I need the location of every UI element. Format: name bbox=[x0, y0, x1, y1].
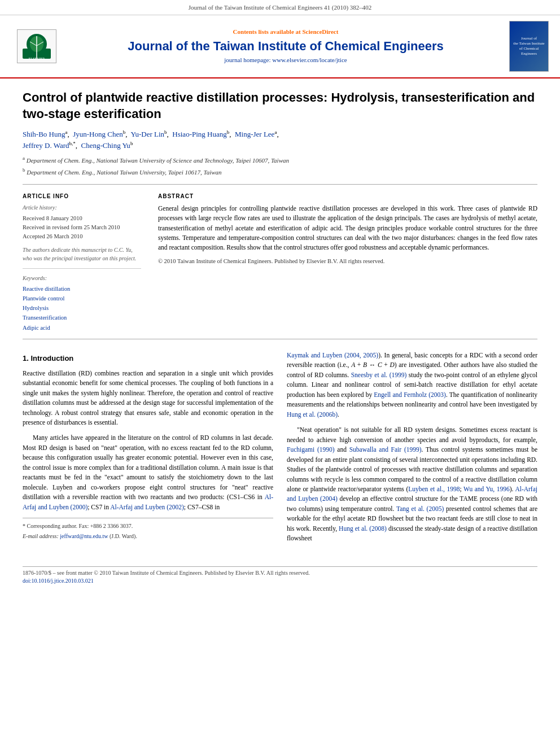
keywords-divider bbox=[23, 268, 141, 269]
keywords-block: Keywords: Reactive distillation Plantwid… bbox=[23, 274, 141, 332]
author-mingjer: Ming-Jer Lee bbox=[235, 130, 274, 138]
article-info-col: ARTICLE INFO Article history: Received 8… bbox=[23, 193, 141, 333]
sciencedirect-link: Contents lists available at ScienceDirec… bbox=[69, 28, 502, 37]
author-chengching: Cheng-Ching Yu bbox=[81, 142, 130, 150]
header-divider bbox=[23, 184, 537, 185]
journal-cover-image: Journal ofthe Taiwan Instituteof Chemica… bbox=[509, 21, 549, 72]
body-divider bbox=[23, 339, 537, 339]
right-para-1: Kaymak and Luyben (2004, 2005)). In gene… bbox=[287, 351, 537, 420]
article-history-block: Article history: Received 8 January 2010… bbox=[23, 204, 141, 241]
ref-alarfaj-2002[interactable]: Al-Arfaj and Luyben (2002) bbox=[110, 504, 184, 510]
ref-hung-2006b[interactable]: Hung et al. (2006b) bbox=[287, 411, 338, 418]
ref-engell[interactable]: Engell and Fernholz (2003) bbox=[374, 391, 446, 398]
abstract-label: ABSTRACT bbox=[158, 193, 537, 201]
ref-subawalla[interactable]: Subawalla and Fair (1999) bbox=[349, 446, 422, 453]
author-hsiaoping: Hsiao-Ping Huang bbox=[172, 130, 226, 138]
intro-para-2: Many articles have appeared in the liter… bbox=[23, 433, 273, 512]
keyword-3: Hydrolysis bbox=[23, 304, 141, 312]
abstract-text: General design principles for controllin… bbox=[158, 204, 537, 252]
journal-citation: Journal of the Taiwan Institute of Chemi… bbox=[189, 4, 372, 11]
top-bar: Journal of the Taiwan Institute of Chemi… bbox=[0, 0, 560, 15]
author-jyunhong: Jyun-Hong Chen bbox=[73, 130, 123, 138]
footnote-email-link[interactable]: jeffward@ntu.edu.tw bbox=[60, 533, 108, 539]
affiliation-b: b Department of Chem. Eng., National Tai… bbox=[23, 167, 537, 177]
footer-doi[interactable]: doi:10.1016/j.jtice.2010.03.021 bbox=[23, 577, 537, 586]
ref-kaymak[interactable]: Kaymak and Luyben (2004, 2005) bbox=[287, 352, 378, 359]
abstract-col: ABSTRACT General design principles for c… bbox=[158, 193, 537, 333]
author-shihbo: Shih-Bo Hung bbox=[23, 130, 65, 138]
right-para-2: "Neat operation" is not suitable for all… bbox=[287, 425, 537, 544]
copyright-line: © 2010 Taiwan Institute of Chemical Engi… bbox=[158, 257, 537, 265]
affiliations: a Department of Chem. Eng., National Tai… bbox=[23, 155, 537, 177]
keyword-4: Transesterification bbox=[23, 313, 141, 322]
ref-hung-2008[interactable]: Hung et al. (2008) bbox=[339, 525, 387, 532]
footnotes-section: * Corresponding author. Fax: +886 2 3366… bbox=[23, 518, 273, 540]
keyword-1: Reactive distillation bbox=[23, 285, 141, 293]
accepted-date: Accepted 26 March 2010 bbox=[23, 232, 141, 241]
info-abstract-section: ARTICLE INFO Article history: Received 8… bbox=[23, 193, 537, 333]
journal-center: Contents lists available at ScienceDirec… bbox=[69, 28, 502, 65]
body-content: 1. Introduction Reactive distillation (R… bbox=[23, 351, 537, 549]
ref-fuchigami[interactable]: Fuchigami (1990) bbox=[287, 446, 335, 453]
journal-title-heading: Journal of the Taiwan Institute of Chemi… bbox=[69, 39, 502, 54]
page-wrapper: Journal of the Taiwan Institute of Chemi… bbox=[0, 0, 560, 588]
ref-wu-yu[interactable]: Wu and Yu, 1996 bbox=[463, 486, 510, 492]
footnote-email: E-mail address: jeffward@ntu.edu.tw (J.D… bbox=[23, 532, 273, 540]
authors-line: Shih-Bo Hunga, Jyun-Hong Chenb, Yu-Der L… bbox=[23, 129, 537, 151]
keyword-5: Adipic acid bbox=[23, 324, 141, 332]
sciencedirect-name[interactable]: ScienceDirect bbox=[302, 28, 338, 35]
svg-text:ELSEVIER: ELSEVIER bbox=[29, 57, 45, 60]
author-yuder: Yu-Der Lin bbox=[130, 130, 164, 138]
body-left-col: 1. Introduction Reactive distillation (R… bbox=[23, 351, 273, 549]
page-footer: 1876-1070/$ – see front matter © 2010 Ta… bbox=[23, 566, 537, 588]
footnote-corresponding: * Corresponding author. Fax: +886 2 3366… bbox=[23, 522, 273, 530]
ref-sneesby[interactable]: Sneesby et al. (1999) bbox=[351, 372, 407, 378]
journal-homepage: journal homepage: www.elsevier.com/locat… bbox=[69, 56, 502, 65]
elsevier-logo: ELSEVIER bbox=[11, 29, 62, 63]
ref-tang-2005[interactable]: Tang et al. (2005) bbox=[396, 505, 444, 512]
body-right-col: Kaymak and Luyben (2004, 2005)). In gene… bbox=[287, 351, 537, 549]
article-info-label: ARTICLE INFO bbox=[23, 193, 141, 201]
dedication: The authors dedicate this manuscript to … bbox=[23, 246, 141, 263]
footer-issn: 1876-1070/$ – see front matter © 2010 Ta… bbox=[23, 569, 310, 578]
journal-header: ELSEVIER Contents lists available at Sci… bbox=[0, 15, 560, 78]
affiliation-a: a Department of Chem. Eng., National Tai… bbox=[23, 155, 537, 165]
author-jeffreyd: Jeffrey D. Ward bbox=[23, 142, 69, 150]
history-label: Article history: bbox=[23, 204, 141, 212]
ref-luyben-1998[interactable]: Luyben et al., 1998 bbox=[408, 486, 460, 492]
elsevier-logo-box: ELSEVIER bbox=[17, 29, 56, 63]
keyword-2: Plantwide control bbox=[23, 294, 141, 303]
intro-para-1: Reactive distillation (RD) combines reac… bbox=[23, 369, 273, 428]
received-date: Received 8 January 2010 bbox=[23, 214, 141, 222]
received-revised-date: Received in revised form 25 March 2010 bbox=[23, 223, 141, 231]
introduction-heading: 1. Introduction bbox=[23, 353, 273, 364]
article-title: Control of plantwide reactive distillati… bbox=[23, 90, 537, 122]
keywords-label: Keywords: bbox=[23, 274, 141, 283]
footer-row: 1876-1070/$ – see front matter © 2010 Ta… bbox=[23, 569, 537, 578]
article-content: Control of plantwide reactive distillati… bbox=[0, 78, 560, 561]
